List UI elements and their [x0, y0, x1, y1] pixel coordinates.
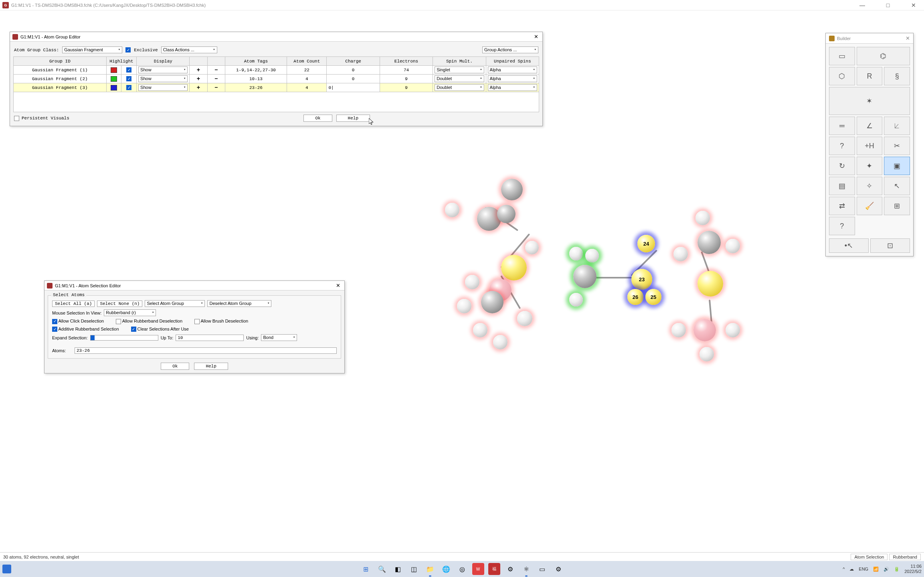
- age-titlebar[interactable]: G1:M1:V1 - Atom Group Editor ✕: [10, 32, 542, 42]
- atom[interactable]: [585, 249, 599, 262]
- unpaired-select[interactable]: Alpha: [488, 67, 537, 73]
- maximize-button[interactable]: □: [880, 2, 896, 8]
- atom[interactable]: [517, 311, 532, 326]
- battery-icon[interactable]: 🔋: [894, 567, 900, 572]
- atom[interactable]: [501, 179, 523, 200]
- atom[interactable]: [493, 335, 507, 349]
- highlight-checkbox[interactable]: ✓: [126, 67, 131, 73]
- atom[interactable]: [497, 205, 516, 223]
- bond-tool-icon[interactable]: ═: [829, 117, 855, 135]
- col-unpaired[interactable]: Unpaired Spins: [486, 57, 539, 66]
- table-row[interactable]: Gaussian Fragment (1) ✓ Show + − 1-9,14-…: [14, 66, 539, 75]
- help-tool-icon[interactable]: ?: [829, 217, 855, 235]
- group-actions-select[interactable]: Group Actions ...: [482, 46, 538, 53]
- windows-start-icon[interactable]: ⊞: [360, 563, 372, 575]
- display-select[interactable]: Show: [138, 67, 188, 73]
- clock[interactable]: 11:06 2022/5/2: [904, 564, 922, 574]
- select-rect-tool-icon[interactable]: ▣: [884, 157, 910, 175]
- atom[interactable]: [457, 299, 471, 313]
- minimize-button[interactable]: —: [854, 2, 870, 8]
- expand-slider[interactable]: [90, 335, 158, 341]
- volume-icon[interactable]: 🔊: [884, 567, 889, 572]
- onedrive-icon[interactable]: ☁: [849, 567, 854, 572]
- close-icon[interactable]: ✕: [334, 282, 342, 288]
- allow-click-checkbox[interactable]: ✓: [52, 319, 57, 324]
- atom[interactable]: [700, 347, 714, 361]
- close-icon[interactable]: ✕: [906, 35, 910, 41]
- close-button[interactable]: ✕: [906, 2, 922, 8]
- remove-button[interactable]: −: [207, 75, 225, 83]
- atom[interactable]: [525, 241, 539, 254]
- atom[interactable]: [473, 323, 487, 337]
- ring-tool-icon[interactable]: ⌬: [857, 47, 910, 65]
- atom[interactable]: [671, 323, 686, 337]
- persistent-checkbox[interactable]: ✓: [14, 116, 19, 121]
- spin-select[interactable]: Doublet: [435, 75, 484, 82]
- col-atomtags[interactable]: Atom Tags: [225, 57, 287, 66]
- clean-tool-icon[interactable]: 🧹: [857, 197, 883, 215]
- col-electrons[interactable]: Electrons: [380, 57, 433, 66]
- atoms-input[interactable]: 23-26: [75, 347, 337, 354]
- atom[interactable]: [481, 291, 503, 313]
- atom-26[interactable]: 26: [627, 289, 643, 305]
- place-mode1-icon[interactable]: •↖: [829, 238, 869, 253]
- ok-button[interactable]: Ok: [161, 363, 189, 370]
- table-row[interactable]: Gaussian Fragment (2) ✓ Show + − 10-13 4…: [14, 75, 539, 83]
- ase-titlebar[interactable]: G1:M1:V1 - Atom Selection Editor ✕: [44, 281, 344, 291]
- rgroup-tool-icon[interactable]: R: [857, 67, 883, 85]
- display-select[interactable]: Show: [138, 75, 188, 82]
- col-groupid[interactable]: Group ID: [14, 57, 107, 66]
- start-button[interactable]: [2, 565, 11, 573]
- deselect-group-dropdown[interactable]: Deselect Atom Group: [207, 300, 271, 307]
- search-icon[interactable]: 🔍: [376, 563, 388, 575]
- remove-button[interactable]: −: [207, 83, 225, 92]
- help-button[interactable]: Help: [194, 363, 228, 370]
- atom[interactable]: [569, 247, 583, 260]
- builder-titlebar[interactable]: Builder ✕: [826, 33, 913, 44]
- add-button[interactable]: +: [190, 75, 207, 83]
- select-group-dropdown[interactable]: Select Atom Group: [145, 300, 205, 307]
- mouse-mode-select[interactable]: Rubberband (r): [104, 309, 156, 316]
- unpaired-select[interactable]: Alpha: [488, 84, 537, 91]
- atom[interactable]: [445, 203, 459, 217]
- center-tool-icon[interactable]: ✦: [857, 157, 883, 175]
- atom[interactable]: [698, 271, 723, 297]
- app-icon[interactable]: ⚙: [552, 563, 564, 575]
- help-button[interactable]: Help: [336, 115, 370, 122]
- taskview-icon[interactable]: ◧: [392, 563, 404, 575]
- allow-brush-checkbox[interactable]: ✓: [194, 319, 200, 324]
- add-button[interactable]: +: [190, 83, 207, 92]
- atom[interactable]: [726, 323, 740, 337]
- gaussview-icon[interactable]: ⚛: [520, 563, 532, 575]
- highlight-color[interactable]: [111, 67, 117, 73]
- atom[interactable]: [673, 247, 688, 261]
- spin-select[interactable]: Singlet: [435, 67, 484, 73]
- language-indicator[interactable]: ENG: [859, 567, 868, 571]
- select-none-button[interactable]: Select None (n): [97, 301, 142, 307]
- highlight-color[interactable]: [111, 85, 117, 91]
- atom[interactable]: [465, 275, 479, 289]
- chrome-icon[interactable]: ◎: [456, 563, 468, 575]
- place-mode2-icon[interactable]: ⊡: [870, 238, 910, 253]
- angle-tool-icon[interactable]: ∠: [857, 117, 883, 135]
- atom[interactable]: [698, 231, 721, 254]
- edge-icon[interactable]: 🌐: [440, 563, 452, 575]
- highlight-checkbox[interactable]: ✓: [126, 76, 131, 81]
- atom-23[interactable]: 23: [631, 269, 652, 290]
- atom-25[interactable]: 25: [645, 289, 661, 305]
- add-button[interactable]: +: [190, 66, 207, 75]
- app-icon[interactable]: 福: [488, 563, 500, 575]
- select-all-button[interactable]: Select All (a): [52, 301, 95, 307]
- atom-24[interactable]: 24: [637, 235, 655, 252]
- wifi-icon[interactable]: 📶: [873, 567, 879, 572]
- col-highlight[interactable]: Highlight: [106, 57, 136, 66]
- inquire-tool-icon[interactable]: ?: [829, 137, 855, 155]
- atom[interactable]: [573, 265, 596, 288]
- table-row[interactable]: Gaussian Fragment (3) ✓ Show + − 23-26 4…: [14, 83, 539, 92]
- spin-select[interactable]: Doublet: [435, 84, 484, 91]
- addh-tool-icon[interactable]: +H: [857, 137, 883, 155]
- col-spinmult[interactable]: Spin Mult.: [433, 57, 486, 66]
- class-select[interactable]: Gaussian Fragment: [62, 46, 122, 53]
- highlight-color[interactable]: [111, 76, 117, 82]
- biopolymer-tool-icon[interactable]: §: [884, 67, 910, 85]
